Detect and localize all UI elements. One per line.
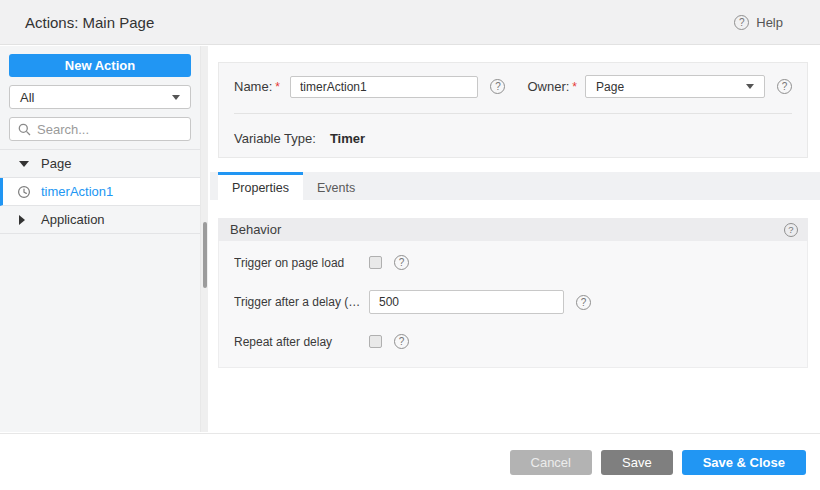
sidebar-controls: New Action All	[0, 46, 200, 141]
expand-arrow-icon[interactable]	[19, 161, 29, 167]
trigger-delay-label: Trigger after a delay (millisec	[234, 295, 369, 309]
variable-type-label: Variable Type:	[234, 131, 316, 146]
owner-value: Page	[596, 80, 624, 94]
behavior-section-title: Behavior	[230, 222, 281, 237]
clock-icon	[17, 185, 31, 199]
repeat-after-delay-help-icon[interactable]	[394, 334, 409, 349]
trigger-on-page-load-checkbox[interactable]	[369, 256, 382, 269]
name-input[interactable]	[290, 76, 478, 98]
repeat-after-delay-label: Repeat after delay	[234, 335, 369, 349]
name-label: Name:	[234, 79, 272, 94]
variable-type-value: Timer	[330, 131, 365, 146]
tree-item-label: Application	[41, 212, 105, 227]
help-label: Help	[756, 15, 783, 30]
tree-item-label: Page	[41, 156, 71, 171]
trigger-delay-row: Trigger after a delay (millisec	[219, 290, 807, 314]
tree-item-application[interactable]: Application	[0, 206, 200, 234]
action-filter-dropdown[interactable]: All	[9, 85, 191, 109]
trigger-delay-help-icon[interactable]	[576, 295, 591, 310]
behavior-help-icon[interactable]	[784, 223, 798, 237]
tree-item-label: timerAction1	[41, 184, 113, 199]
tree-item-page[interactable]: Page	[0, 150, 200, 178]
save-and-close-button[interactable]: Save & Close	[682, 450, 806, 475]
action-filter-value: All	[20, 90, 34, 105]
search-input[interactable]	[37, 122, 182, 137]
owner-help-icon[interactable]	[777, 79, 792, 94]
repeat-after-delay-row: Repeat after delay	[219, 334, 807, 349]
action-summary-panel: Name: * Owner: * Page Variable Type: Tim…	[218, 62, 808, 158]
required-marker: *	[275, 80, 280, 94]
actions-tree: Page timerAction1 Application	[0, 149, 200, 234]
search-box	[9, 117, 191, 141]
trigger-on-page-load-help-icon[interactable]	[394, 255, 409, 270]
trigger-delay-input[interactable]	[369, 290, 564, 314]
search-icon	[18, 123, 31, 136]
behavior-section-header: Behavior	[218, 218, 808, 241]
tab-events[interactable]: Events	[303, 172, 369, 200]
sidebar-scrollbar-track[interactable]	[200, 46, 208, 432]
owner-dropdown[interactable]: Page	[585, 75, 765, 98]
trigger-on-page-load-label: Trigger on page load	[234, 256, 369, 270]
help-icon	[734, 15, 749, 30]
owner-label: Owner:	[527, 79, 569, 94]
name-owner-row: Name: * Owner: * Page	[234, 75, 792, 98]
chevron-down-icon	[172, 95, 180, 100]
repeat-after-delay-checkbox[interactable]	[369, 335, 382, 348]
collapse-arrow-icon[interactable]	[19, 215, 29, 225]
title-bar: Actions: Main Page Help	[0, 0, 820, 45]
panel-divider	[234, 113, 792, 114]
tab-properties[interactable]: Properties	[218, 172, 303, 200]
trigger-on-page-load-row: Trigger on page load	[219, 255, 807, 270]
name-help-icon[interactable]	[490, 79, 505, 94]
detail-tabs: Properties Events	[210, 172, 820, 200]
tree-item-timer-action[interactable]: timerAction1	[0, 178, 200, 206]
required-marker: *	[572, 80, 577, 94]
dialog-footer: Cancel Save Save & Close	[0, 433, 820, 490]
action-detail-pane: Name: * Owner: * Page Variable Type: Tim…	[210, 46, 820, 432]
chevron-down-icon	[746, 84, 754, 89]
behavior-section-body: Trigger on page load Trigger after a del…	[218, 241, 808, 368]
page-title: Actions: Main Page	[25, 14, 154, 31]
save-button[interactable]: Save	[601, 450, 673, 475]
sidebar-scrollbar-thumb[interactable]	[203, 222, 207, 288]
actions-sidebar: New Action All Page	[0, 46, 200, 432]
variable-type-row: Variable Type: Timer	[234, 131, 792, 146]
behavior-section: Behavior Trigger on page load Trigger af…	[218, 218, 808, 368]
help-button[interactable]: Help	[734, 15, 783, 30]
actions-dialog: Actions: Main Page Help New Action All	[0, 0, 820, 490]
cancel-button[interactable]: Cancel	[510, 450, 592, 475]
new-action-button[interactable]: New Action	[9, 54, 191, 77]
